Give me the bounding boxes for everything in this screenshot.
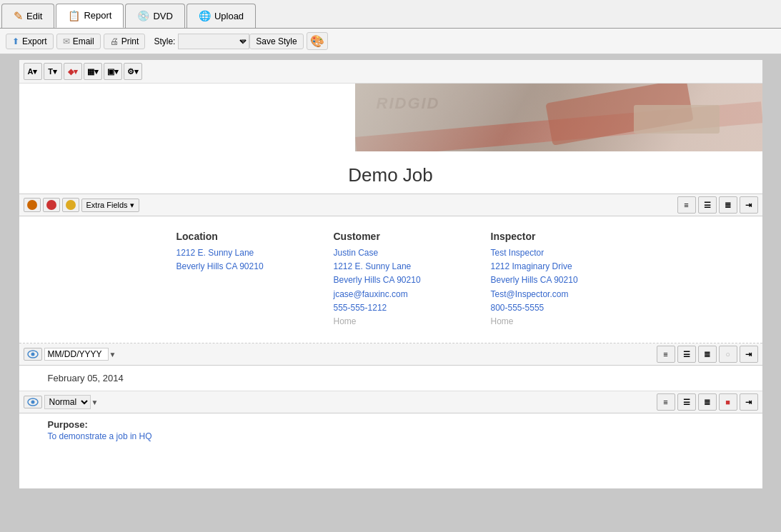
print-label: Print xyxy=(121,36,139,46)
extra-fields-label: Extra Fields xyxy=(86,201,128,209)
info-section: Location 1212 E. Sunny Lane Beverly Hill… xyxy=(19,216,762,343)
save-style-button[interactable]: Save Style xyxy=(249,34,303,49)
banner-inner: RIDGID xyxy=(355,84,762,151)
purpose-label: Purpose: xyxy=(48,419,734,430)
color-wheel-icon: 🎨 xyxy=(310,34,324,48)
purpose-style-dropdown[interactable]: ▼ xyxy=(91,398,99,406)
customer-address2: Beverly Hills CA 90210 xyxy=(334,273,448,287)
job-title: Demo Job xyxy=(19,151,762,194)
upload-icon: 🌐 xyxy=(199,10,211,21)
header-banner: RIDGID xyxy=(355,84,762,151)
style-select[interactable] xyxy=(178,34,249,49)
customer-type: Home xyxy=(334,315,448,328)
date-format-input[interactable] xyxy=(44,348,109,361)
align-left-btn[interactable]: ≡ xyxy=(677,196,696,214)
date-clear-btn[interactable]: ○ xyxy=(719,346,737,363)
inspector-header: Inspector xyxy=(491,231,605,242)
extra-fields-dropdown-icon: ▾ xyxy=(130,201,134,210)
inspector-column: Inspector Test Inspector 1212 Imaginary … xyxy=(491,231,605,328)
secondary-toolbar: ⬆ Export ✉ Email 🖨 Print Style: ▼ Save S… xyxy=(0,29,781,54)
style-label: Style: xyxy=(154,36,175,46)
export-button[interactable]: ⬆ Export xyxy=(6,34,54,49)
dropdown-arrow: ▼ xyxy=(239,37,247,45)
format-toolbar: A▾ T▾ ◆▾ ▦▾ ▣▾ ⚙▾ xyxy=(19,60,762,84)
inspector-name: Test Inspector xyxy=(491,246,605,260)
email-label: Email xyxy=(73,36,94,46)
font-button[interactable]: A▾ xyxy=(24,63,42,80)
date-align-center-btn[interactable]: ☰ xyxy=(677,346,696,363)
tab-upload[interactable]: 🌐 Upload xyxy=(186,4,256,28)
purpose-section: Purpose: To demonstrate a job in HQ xyxy=(19,413,762,447)
section-icon-btn-1[interactable] xyxy=(24,198,41,212)
purpose-align-right-btn[interactable]: ≣ xyxy=(698,393,717,411)
inspector-phone: 800-555-5555 xyxy=(491,301,605,315)
export-label: Export xyxy=(22,36,47,46)
tab-edit-label: Edit xyxy=(26,11,42,21)
shape-button[interactable]: ◆▾ xyxy=(64,63,82,80)
settings-button[interactable]: ⚙▾ xyxy=(124,63,142,80)
tab-report-label: Report xyxy=(84,10,111,21)
tab-edit[interactable]: ✎ Edit xyxy=(1,4,54,28)
customer-email: jcase@fauxinc.com xyxy=(334,288,448,301)
inspector-email: Test@Inspector.com xyxy=(491,288,605,301)
date-align-right-btn[interactable]: ≣ xyxy=(698,346,717,363)
menu-bar: ✎ Edit 📋 Report 💿 DVD 🌐 Upload xyxy=(0,0,781,29)
date-align-left-btn[interactable]: ≡ xyxy=(657,346,675,363)
export-icon: ⬆ xyxy=(12,36,19,46)
location-header: Location xyxy=(176,231,291,242)
image-button[interactable]: ▣▾ xyxy=(104,63,122,80)
purpose-align-left-btn[interactable]: ≡ xyxy=(657,393,675,411)
purpose-align-center-btn[interactable]: ☰ xyxy=(677,393,696,411)
date-indent-btn[interactable]: ⇥ xyxy=(740,346,758,363)
customer-name: Justin Case xyxy=(334,246,448,260)
purpose-color-btn[interactable]: ■ xyxy=(719,393,737,411)
customer-phone: 555-555-1212 xyxy=(334,301,448,315)
email-icon: ✉ xyxy=(63,36,70,46)
date-eye-button[interactable] xyxy=(24,348,42,361)
print-icon: 🖨 xyxy=(110,36,119,46)
inspector-address1: 1212 Imaginary Drive xyxy=(491,260,605,273)
color-wheel-button[interactable]: 🎨 xyxy=(307,32,328,50)
inspector-type: Home xyxy=(491,315,605,328)
purpose-indent-btn[interactable]: ⇥ xyxy=(740,393,758,411)
customer-header: Customer xyxy=(334,231,448,242)
print-button[interactable]: 🖨 Print xyxy=(104,34,146,49)
inspector-address2: Beverly Hills CA 90210 xyxy=(491,273,605,287)
customer-column: Customer Justin Case 1212 E. Sunny Lane … xyxy=(334,231,448,328)
main-content: A▾ T▾ ◆▾ ▦▾ ▣▾ ⚙▾ RIDGID Demo Job xyxy=(0,54,781,532)
info-grid: Location 1212 E. Sunny Lane Beverly Hill… xyxy=(48,231,734,328)
location-line2: Beverly Hills CA 90210 xyxy=(176,260,291,273)
table-button[interactable]: ▦▾ xyxy=(84,63,102,80)
indent-btn[interactable]: ⇥ xyxy=(740,196,758,214)
align-right-btn[interactable]: ≣ xyxy=(719,196,737,214)
tab-dvd-label: DVD xyxy=(153,11,172,21)
section-icon-btn-2[interactable] xyxy=(43,198,60,212)
tab-dvd[interactable]: 💿 DVD xyxy=(125,4,184,28)
report-icon: 📋 xyxy=(68,10,80,21)
purpose-eye-button[interactable] xyxy=(24,396,42,408)
customer-address1: 1212 E. Sunny Lane xyxy=(334,260,448,273)
text-style-button[interactable]: T▾ xyxy=(44,63,62,80)
extra-fields-button[interactable]: Extra Fields ▾ xyxy=(81,199,139,212)
section-icon-btn-3[interactable] xyxy=(62,198,79,212)
tab-report[interactable]: 📋 Report xyxy=(56,4,124,28)
svg-point-1 xyxy=(31,353,34,356)
purpose-style-select[interactable]: Normal xyxy=(44,395,91,409)
edit-icon: ✎ xyxy=(14,9,23,23)
page: A▾ T▾ ◆▾ ▦▾ ▣▾ ⚙▾ RIDGID Demo Job xyxy=(19,60,762,488)
save-style-label: Save Style xyxy=(256,36,297,46)
section-toolbar-extra: Extra Fields ▾ ≡ ☰ ≣ ⇥ xyxy=(19,194,762,216)
date-display: February 05, 2014 xyxy=(19,366,762,391)
dvd-icon: 💿 xyxy=(137,10,149,21)
email-button[interactable]: ✉ Email xyxy=(56,34,101,49)
date-section-toolbar: ▼ ≡ ☰ ≣ ○ ⇥ xyxy=(19,343,762,366)
location-line1: 1212 E. Sunny Lane xyxy=(176,246,291,260)
location-column: Location 1212 E. Sunny Lane Beverly Hill… xyxy=(176,231,291,328)
purpose-toolbar: Normal ▼ ≡ ☰ ≣ ■ ⇥ xyxy=(19,391,762,413)
purpose-text: To demonstrate a job in HQ xyxy=(48,431,734,441)
date-format-dropdown-icon[interactable]: ▼ xyxy=(109,351,116,358)
purpose-eye-icon xyxy=(27,398,39,406)
svg-point-3 xyxy=(31,401,34,404)
tab-upload-label: Upload xyxy=(214,11,244,21)
align-center-btn[interactable]: ☰ xyxy=(698,196,717,214)
